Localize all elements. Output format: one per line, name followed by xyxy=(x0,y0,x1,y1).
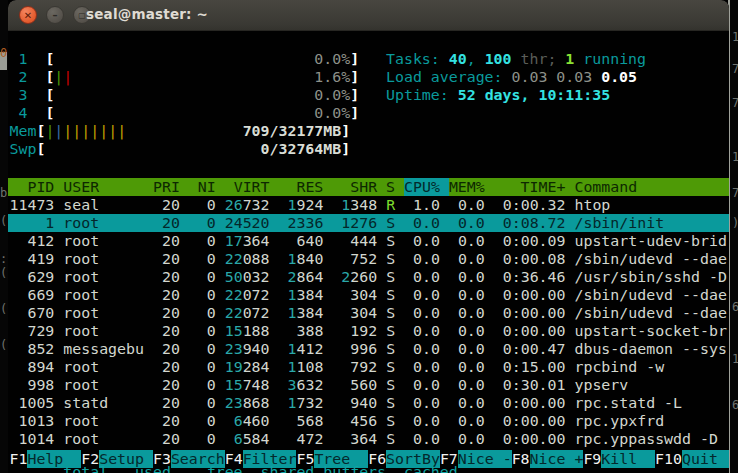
uptime: Uptime: 52 days, 10:11:35 xyxy=(386,86,610,104)
column-header-cpu[interactable]: CPU% xyxy=(404,178,440,196)
background-glyph: b xyxy=(0,186,7,200)
process-row[interactable]: 729 root 20 0 15188 388 192 S 0.0 0.0 0:… xyxy=(10,322,727,340)
column-header-virt[interactable]: VIRT xyxy=(225,178,270,196)
process-row[interactable]: 1013 root 20 0 6460 568 456 S 0.0 0.0 0:… xyxy=(10,412,665,430)
cpu-meter-3: 3 [ 0.0%] xyxy=(10,86,360,104)
background-glyph: ( xyxy=(0,302,7,316)
background-window-right: 17717)616 xyxy=(730,0,738,473)
background-glyph: 6 xyxy=(732,398,738,412)
process-row[interactable]: 894 root 20 0 19284 1108 792 S 0.0 0.0 0… xyxy=(10,358,665,376)
process-row[interactable]: 669 root 20 0 22072 1384 304 S 0.0 0.0 0… xyxy=(10,286,727,304)
background-glyph: 6 xyxy=(732,300,738,314)
process-row[interactable]: 419 root 20 0 22088 1840 752 S 0.0 0.0 0… xyxy=(10,250,727,268)
background-glyph: 0 xyxy=(0,46,7,60)
terminal-window: ✕ – ▢ seal@master: ~ 1 [ 0.0%] 2 [|| 1.6… xyxy=(8,0,729,473)
process-row[interactable]: 11473 seal 20 0 26732 1924 1348 R 1.0 0.… xyxy=(10,196,611,214)
process-row[interactable]: 412 root 20 0 17364 640 444 S 0.0 0.0 0:… xyxy=(10,232,727,250)
background-glyph: 1 xyxy=(732,150,738,164)
cpu-meter-1: 1 [ 0.0%] xyxy=(10,50,360,68)
close-button[interactable]: ✕ xyxy=(19,6,37,24)
background-glyph: 1 xyxy=(732,352,738,366)
column-header-mem[interactable]: MEM% xyxy=(449,178,485,196)
fkey-f10[interactable]: F10Quit xyxy=(655,450,729,468)
process-row[interactable]: 852 messagebu 20 0 23940 1412 996 S 0.0 … xyxy=(10,340,727,358)
process-row[interactable]: 1014 root 20 0 6584 472 364 S 0.0 0.0 0:… xyxy=(10,430,718,448)
process-row[interactable]: 629 root 20 0 50032 2864 2260 S 0.0 0.0 … xyxy=(10,268,727,286)
process-table-header: PID USER PRI NI VIRT RES SHR S CPU% MEM%… xyxy=(8,178,729,196)
close-icon: ✕ xyxy=(24,10,32,21)
cpu-meter-2: 2 [|| 1.6%] xyxy=(10,68,360,86)
process-row[interactable]: 670 root 20 0 22072 1384 304 S 0.0 0.0 0… xyxy=(10,304,727,322)
swp-meter: Swp[ 0/32764MB] xyxy=(10,140,351,158)
maximize-icon: ▢ xyxy=(78,11,86,20)
column-header-shr[interactable]: SHR xyxy=(332,178,377,196)
column-header-pid[interactable]: PID xyxy=(10,178,55,196)
background-glyph: 7 xyxy=(732,96,738,110)
cpu-meter-4: 4 [ 0.0%] xyxy=(10,104,360,122)
column-header-user[interactable]: USER xyxy=(63,178,144,196)
background-glyph: 1 xyxy=(732,30,738,44)
process-row[interactable]: 998 root 20 0 15748 3632 560 S 0.0 0.0 0… xyxy=(10,376,629,394)
background-glyph: :( xyxy=(0,252,8,280)
column-header-pri[interactable]: PRI xyxy=(153,178,180,196)
fkey-f8[interactable]: F8Nice + xyxy=(512,450,584,468)
background-glyph: ( xyxy=(0,338,7,352)
background-glyph: 7 xyxy=(732,62,738,76)
background-glyph: ( xyxy=(0,214,7,228)
column-header-res[interactable]: RES xyxy=(279,178,324,196)
column-header-ni[interactable]: NI xyxy=(189,178,216,196)
minimize-button[interactable]: – xyxy=(46,6,64,24)
fkey-f9[interactable]: F9Kill xyxy=(583,450,655,468)
htop-screen: 1 [ 0.0%] 2 [|| 1.6%] 3 [ 0.0%] 4 [ 0.0%… xyxy=(8,30,729,473)
mem-meter: Mem[||||||||| 709/32177MB] xyxy=(10,122,351,140)
background-glyph: ) xyxy=(732,216,738,230)
column-header-command[interactable]: Command xyxy=(574,178,637,196)
background-window-left: 0b(:((( xyxy=(0,0,8,473)
load-average: Load average: 0.03 0.03 0.05 xyxy=(386,68,637,86)
background-glyph: 7 xyxy=(732,186,738,200)
tasks-summary: Tasks: 40, 100 thr; 1 running xyxy=(386,50,646,68)
title-bar[interactable]: ✕ – ▢ seal@master: ~ xyxy=(8,0,729,31)
process-row[interactable]: 1 root 20 0 24520 2336 1276 S 0.0 0.0 0:… xyxy=(8,214,729,232)
column-header-s[interactable]: S xyxy=(386,178,395,196)
window-title: seal@master: ~ xyxy=(86,6,208,22)
column-header-time[interactable]: TIME+ xyxy=(494,178,566,196)
background-terminal-text: total used free shared buffers cached xyxy=(10,463,458,473)
minimize-icon: – xyxy=(53,10,58,21)
process-row[interactable]: 1005 statd 20 0 23868 1732 940 S 0.0 0.0… xyxy=(10,394,683,412)
